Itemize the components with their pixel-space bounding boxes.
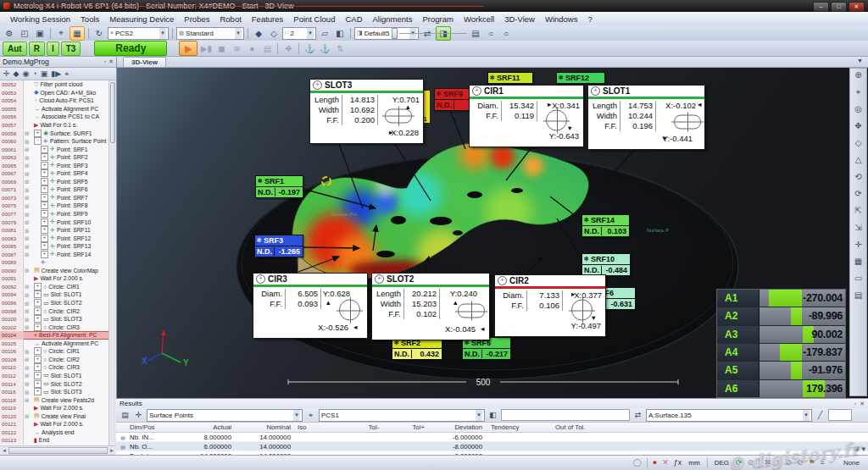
menu-item-measuring-device[interactable]: Measuring Device [104,14,179,25]
tree-expander-icon[interactable]: + [41,218,48,226]
tab-3d-view[interactable]: 3D-View [123,57,166,67]
lamp2-icon[interactable]: ○ [499,27,513,40]
menu-item-point-cloud[interactable]: Point Cloud [288,14,340,25]
solid-icon[interactable]: ◧ [333,27,347,40]
tree-row-00121[interactable]: 00121▶Wait For 2.000 s. [0,420,116,429]
camera-icon[interactable]: ▣ [41,69,48,78]
results-col-tendency[interactable]: Tendency [482,423,547,431]
menu-item-features[interactable]: Features [247,14,289,25]
hand-icon[interactable]: ✥ [281,42,295,55]
save-run-icon[interactable]: ▤ [260,42,274,55]
measure-icon[interactable]: ▭ [854,274,862,283]
probe-icon[interactable]: ⌖ [54,27,68,40]
tree-expander-icon[interactable]: + [34,323,42,331]
srf-tag-srf3[interactable]: ✱SRF3 N.D.-1.265 [254,235,303,257]
tree-row-00100[interactable]: 00100▤+▭Slot: SLOT3 [0,315,116,323]
fx-icon[interactable]: ƒx [674,459,682,467]
tree-row-00119[interactable]: 00119▶Wait For 2.000 s. [0,404,116,412]
tree-row-00055[interactable]: 00055→Activate Alignment PC [0,105,116,113]
tree-row-00089[interactable]: 00089✛ [0,258,116,267]
menu-item-workcell[interactable]: Workcell [459,14,499,25]
tree-row-00085[interactable]: 00085▤+✛Point: SRF13 [0,242,116,251]
transform-icon[interactable]: ⇄ [632,410,643,421]
anchor2-icon[interactable]: ⚓ [318,42,331,55]
grid-icon[interactable]: ▦ [854,257,862,266]
results-col-tol-[interactable]: Tol+ [379,423,425,431]
cube-solid-icon[interactable]: ◆ [252,27,265,40]
no-entry-icon[interactable]: ⊘ [785,459,792,467]
tree-row-00090[interactable]: 00090▤▤Create view ColorMap [0,267,116,275]
list-icon[interactable]: ≡ [821,459,825,467]
results-pin-icon[interactable]: ▫ [854,401,856,407]
tree-row-00096[interactable]: 00096▤+▭Slot: SLOT2 [0,299,116,307]
tree-expander-icon[interactable]: + [41,169,48,177]
results-doc-icon[interactable]: ▤ [120,410,131,421]
standard-combo[interactable]: ◍Standard▼ [176,27,244,40]
srf-tag-srf1[interactable]: ✱SRF1 N.D.-0.197 [255,175,303,198]
flag-icon[interactable]: ⚑ [809,459,815,467]
srf-tag-srf10[interactable]: ✱SRF10 N.D.-0.484 [581,253,631,276]
tree-expander-icon[interactable]: + [34,380,42,388]
tree-row-00098[interactable]: 00098▤+○Circle: CIR2 [0,307,116,315]
feature-filter-combo[interactable]: Surface Points▼ [147,409,303,422]
results-row[interactable]: ▤Nb. IN...8.00000014.000000-6.000000 [116,433,868,442]
cloud-icon[interactable]: ◔ [32,69,36,78]
sync-icon[interactable]: ⟳ [736,459,743,467]
tree-expander-icon[interactable]: + [34,315,42,323]
srf-tag-srf5[interactable]: ✱SRF5 N.D.-0.217 [462,337,511,360]
callout-slot2[interactable]: +SLOT2 Length20.212 Width15.203 F.F.0.10… [371,273,490,340]
tree-expander-icon[interactable]: + [34,347,42,355]
tree-expander-icon[interactable]: + [34,307,42,315]
label-icon[interactable]: ▤ [854,291,862,300]
alignment-combo[interactable]: PCS1▼ [319,409,485,422]
record-circle-icon[interactable]: ◯ [633,459,642,467]
tree-expander-icon[interactable]: + [41,162,48,169]
results-col-iso[interactable]: Iso [291,423,331,431]
tree-expander-icon[interactable]: + [34,130,42,137]
tree-expander-icon[interactable]: + [41,242,48,250]
surface-combo[interactable]: A:Surface.135▼ [646,409,812,422]
tree-expander-icon[interactable]: + [34,388,42,395]
tree-row-00116[interactable]: 00116▤+▭Slot: SLOT3 [0,388,116,396]
tabstrip-chevron-icon[interactable]: ▼ [857,58,863,64]
results-col-nominal[interactable]: Nominal [231,423,291,431]
tree-expander-icon[interactable]: + [41,251,48,258]
tree-expander-icon[interactable]: + [41,226,48,234]
tree-expander-icon[interactable]: + [41,185,48,193]
tree-row-00057[interactable]: 00057▶Wait For 0.1 s. [0,121,116,130]
srf-tag-srf2[interactable]: ✱SRF2 N.D.0.432 [392,337,442,360]
tree-row-00081[interactable]: 00081▤+✛Point: SRF11 [0,226,116,235]
mode-button-t3[interactable]: T3 [61,41,81,56]
results-col-out-of-tol-[interactable]: Out of Tol. [547,423,628,431]
rotate-icon[interactable]: ↻ [92,27,106,40]
tree-row-00054[interactable]: 00054◔Cloud Auto-Fit: PCS1 [0,97,116,105]
tree-row-00073[interactable]: 00073▤+✛Point: SRF7 [0,194,116,202]
results-col-deviation[interactable]: Deviation [425,423,482,431]
tree-expander-icon[interactable]: + [41,202,48,209]
menu-item-working-session[interactable]: Working Session [5,14,75,25]
tree-expander-icon[interactable]: + [41,235,48,242]
callout-cir3[interactable]: +CIR3 Diam.6.505 F.F.0.093 Y:0.628 ▲ X:-… [253,273,368,339]
top-view-icon[interactable]: △ [855,156,862,164]
results-filter-field[interactable] [501,409,630,421]
robot-icon[interactable]: ⌖ [64,69,69,79]
pin-icon[interactable]: ▫ [104,58,106,65]
tree-row-00102[interactable]: 00102▤+○Circle: CIR3 [0,323,116,331]
tree-row-00123[interactable]: 00123▮End [0,436,116,445]
tree-expander-icon[interactable]: - [34,137,42,145]
tree-row-00061[interactable]: 00061▤+✛Point: SRF1 [0,145,116,153]
axes-icon[interactable]: ✛ [3,69,10,78]
rotate-right-icon[interactable]: ⟳ [854,190,861,198]
menu-item-3d-view[interactable]: 3D-View [499,14,540,25]
results-zoom-icon[interactable]: ⊕ ▾ [853,445,865,453]
tree-row-00092[interactable]: 00092▤+○Circle: CIR1 [0,283,116,291]
tree-expander-icon[interactable]: + [41,194,48,202]
tree-row-00120[interactable]: 00120▤▤Create view Final [0,412,116,420]
tree-row-00091[interactable]: 00091▶Wait For 2.000 s. [0,274,116,283]
blocked-icon[interactable]: ⊘ [748,459,754,467]
tree-row-00106[interactable]: 00106▤+○Circle: CIR1 [0,347,116,356]
tree-row-00114[interactable]: 00114▤+▭Slot: SLOT2 [0,379,116,388]
count-combo[interactable]: ∷2▼ [282,27,316,40]
pan-icon[interactable]: ✥ [854,122,861,130]
tree-row-00105[interactable]: 00105→Activate Alignment PC [0,340,116,348]
